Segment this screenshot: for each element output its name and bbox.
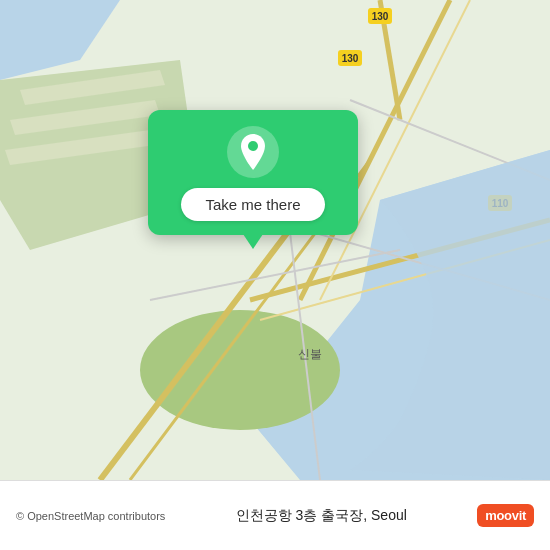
svg-text:130: 130 — [372, 11, 389, 22]
map-container: 130 110 130 신불 Take me there — [0, 0, 550, 480]
place-name: 인천공항 3층 출국장, Seoul — [175, 507, 467, 525]
popup-card: Take me there — [148, 110, 358, 235]
svg-text:130: 130 — [342, 53, 359, 64]
svg-point-8 — [140, 310, 340, 430]
location-icon-wrapper — [227, 126, 279, 178]
bottom-bar: © OpenStreetMap contributors 인천공항 3층 출국장… — [0, 480, 550, 550]
moovit-badge: moovit — [477, 504, 534, 527]
take-me-there-button[interactable]: Take me there — [181, 188, 324, 221]
svg-text:신불: 신불 — [298, 347, 322, 361]
copyright-text: © OpenStreetMap contributors — [16, 510, 165, 522]
svg-point-27 — [248, 141, 258, 151]
location-pin-icon — [237, 134, 269, 170]
moovit-logo[interactable]: moovit — [477, 504, 534, 527]
map-background: 130 110 130 신불 — [0, 0, 550, 480]
